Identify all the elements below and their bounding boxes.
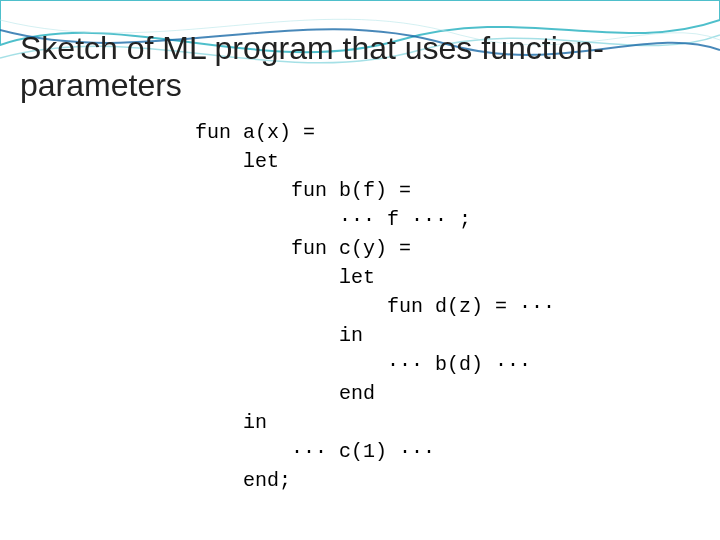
slide-title: Sketch of ML program that uses function-…	[20, 30, 700, 104]
code-line: in	[195, 324, 363, 347]
code-line: ··· b(d) ···	[195, 353, 531, 376]
code-line: fun b(f) =	[195, 179, 411, 202]
code-line: ··· c(1) ···	[195, 440, 435, 463]
code-line: fun c(y) =	[195, 237, 411, 260]
slide: Sketch of ML program that uses function-…	[0, 0, 720, 540]
code-block: fun a(x) = let fun b(f) = ··· f ··· ; fu…	[195, 118, 555, 495]
code-line: end	[195, 382, 375, 405]
code-line: ··· f ··· ;	[195, 208, 471, 231]
code-line: let	[195, 150, 279, 173]
code-line: fun d(z) = ···	[195, 295, 555, 318]
code-line: end;	[195, 469, 291, 492]
code-line: fun a(x) =	[195, 121, 315, 144]
code-line: let	[195, 266, 375, 289]
code-line: in	[195, 411, 267, 434]
